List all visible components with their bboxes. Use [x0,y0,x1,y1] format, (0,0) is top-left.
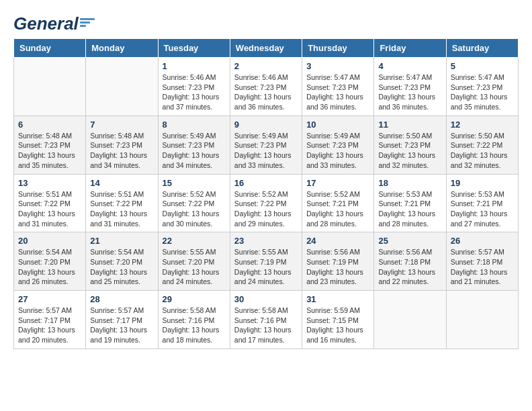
calendar-header-row: SundayMondayTuesdayWednesdayThursdayFrid… [14,39,519,58]
day-info: Sunrise: 5:59 AM Sunset: 7:15 PM Dayligh… [306,306,369,345]
day-info: Sunrise: 5:47 AM Sunset: 7:23 PM Dayligh… [306,73,369,112]
day-info: Sunrise: 5:55 AM Sunset: 7:19 PM Dayligh… [234,247,298,287]
cell-w4-d5: 25Sunrise: 5:56 AM Sunset: 7:18 PM Dayli… [374,232,446,291]
day-info: Sunrise: 5:54 AM Sunset: 7:20 PM Dayligh… [18,247,81,287]
day-info: Sunrise: 5:49 AM Sunset: 7:23 PM Dayligh… [234,131,298,171]
cell-w4-d0: 20Sunrise: 5:54 AM Sunset: 7:20 PM Dayli… [14,232,86,291]
cell-w4-d4: 24Sunrise: 5:56 AM Sunset: 7:19 PM Dayli… [302,232,374,291]
day-number: 30 [234,294,298,304]
cell-w4-d6: 26Sunrise: 5:57 AM Sunset: 7:18 PM Dayli… [446,232,518,291]
day-info: Sunrise: 5:58 AM Sunset: 7:16 PM Dayligh… [234,306,298,345]
day-info: Sunrise: 5:54 AM Sunset: 7:20 PM Dayligh… [90,247,153,287]
day-info: Sunrise: 5:56 AM Sunset: 7:18 PM Dayligh… [378,247,441,287]
logo-flag-icon [80,18,95,27]
cell-w4-d2: 22Sunrise: 5:55 AM Sunset: 7:20 PM Dayli… [158,232,230,291]
day-info: Sunrise: 5:49 AM Sunset: 7:23 PM Dayligh… [163,131,226,171]
day-info: Sunrise: 5:56 AM Sunset: 7:19 PM Dayligh… [306,247,369,287]
day-number: 5 [451,61,514,71]
cell-w2-d1: 7Sunrise: 5:48 AM Sunset: 7:23 PM Daylig… [86,116,158,174]
day-info: Sunrise: 5:57 AM Sunset: 7:17 PM Dayligh… [90,306,153,345]
day-info: Sunrise: 5:48 AM Sunset: 7:23 PM Dayligh… [90,131,153,171]
day-info: Sunrise: 5:58 AM Sunset: 7:16 PM Dayligh… [163,306,226,345]
day-number: 7 [90,120,153,130]
day-number: 23 [234,236,298,246]
cell-w3-d6: 19Sunrise: 5:53 AM Sunset: 7:21 PM Dayli… [446,174,518,232]
day-number: 19 [451,178,514,188]
cell-w1-d1 [86,58,158,116]
cell-w5-d1: 28Sunrise: 5:57 AM Sunset: 7:17 PM Dayli… [86,291,158,349]
page-header: General [13,13,519,32]
cell-w1-d0 [14,58,86,116]
day-info: Sunrise: 5:49 AM Sunset: 7:23 PM Dayligh… [306,131,369,171]
header-sunday: Sunday [14,39,86,58]
cell-w2-d3: 9Sunrise: 5:49 AM Sunset: 7:23 PM Daylig… [230,116,302,174]
cell-w2-d0: 6Sunrise: 5:48 AM Sunset: 7:23 PM Daylig… [14,116,86,174]
header-tuesday: Tuesday [158,39,230,58]
day-info: Sunrise: 5:51 AM Sunset: 7:22 PM Dayligh… [18,189,81,229]
cell-w1-d4: 3Sunrise: 5:47 AM Sunset: 7:23 PM Daylig… [302,58,374,116]
cell-w4-d3: 23Sunrise: 5:55 AM Sunset: 7:19 PM Dayli… [230,232,302,291]
week-row-1: 1Sunrise: 5:46 AM Sunset: 7:23 PM Daylig… [14,58,519,116]
day-number: 24 [306,236,369,246]
day-info: Sunrise: 5:50 AM Sunset: 7:23 PM Dayligh… [378,131,441,171]
cell-w4-d1: 21Sunrise: 5:54 AM Sunset: 7:20 PM Dayli… [86,232,158,291]
logo: General [13,13,95,32]
day-info: Sunrise: 5:46 AM Sunset: 7:23 PM Dayligh… [234,73,298,112]
day-number: 28 [90,294,153,304]
week-row-4: 20Sunrise: 5:54 AM Sunset: 7:20 PM Dayli… [14,232,519,291]
cell-w5-d0: 27Sunrise: 5:57 AM Sunset: 7:17 PM Dayli… [14,291,86,349]
day-number: 11 [378,120,441,130]
cell-w3-d5: 18Sunrise: 5:53 AM Sunset: 7:21 PM Dayli… [374,174,446,232]
header-wednesday: Wednesday [230,39,302,58]
day-number: 15 [163,178,226,188]
cell-w2-d4: 10Sunrise: 5:49 AM Sunset: 7:23 PM Dayli… [302,116,374,174]
day-number: 13 [18,178,81,188]
cell-w5-d5 [374,291,446,349]
header-saturday: Saturday [446,39,518,58]
day-number: 31 [306,294,369,304]
cell-w1-d3: 2Sunrise: 5:46 AM Sunset: 7:23 PM Daylig… [230,58,302,116]
day-number: 12 [451,120,514,130]
day-number: 9 [234,120,298,130]
cell-w5-d4: 31Sunrise: 5:59 AM Sunset: 7:15 PM Dayli… [302,291,374,349]
day-info: Sunrise: 5:57 AM Sunset: 7:18 PM Dayligh… [451,247,514,287]
day-info: Sunrise: 5:47 AM Sunset: 7:23 PM Dayligh… [378,73,441,112]
day-info: Sunrise: 5:53 AM Sunset: 7:21 PM Dayligh… [451,189,514,229]
day-info: Sunrise: 5:57 AM Sunset: 7:17 PM Dayligh… [18,306,81,345]
day-info: Sunrise: 5:52 AM Sunset: 7:22 PM Dayligh… [234,189,298,229]
day-number: 16 [234,178,298,188]
cell-w5-d3: 30Sunrise: 5:58 AM Sunset: 7:16 PM Dayli… [230,291,302,349]
header-thursday: Thursday [302,39,374,58]
day-number: 4 [378,61,441,71]
cell-w2-d5: 11Sunrise: 5:50 AM Sunset: 7:23 PM Dayli… [374,116,446,174]
day-info: Sunrise: 5:47 AM Sunset: 7:23 PM Dayligh… [451,73,514,112]
day-number: 18 [378,178,441,188]
day-number: 21 [90,236,153,246]
cell-w3-d4: 17Sunrise: 5:52 AM Sunset: 7:21 PM Dayli… [302,174,374,232]
day-number: 14 [90,178,153,188]
day-info: Sunrise: 5:52 AM Sunset: 7:21 PM Dayligh… [306,189,369,229]
cell-w3-d1: 14Sunrise: 5:51 AM Sunset: 7:22 PM Dayli… [86,174,158,232]
header-friday: Friday [374,39,446,58]
logo-text: General [13,13,95,34]
day-info: Sunrise: 5:52 AM Sunset: 7:22 PM Dayligh… [163,189,226,229]
week-row-3: 13Sunrise: 5:51 AM Sunset: 7:22 PM Dayli… [14,174,519,232]
day-info: Sunrise: 5:50 AM Sunset: 7:22 PM Dayligh… [451,131,514,171]
cell-w3-d2: 15Sunrise: 5:52 AM Sunset: 7:22 PM Dayli… [158,174,230,232]
cell-w3-d0: 13Sunrise: 5:51 AM Sunset: 7:22 PM Dayli… [14,174,86,232]
cell-w1-d6: 5Sunrise: 5:47 AM Sunset: 7:23 PM Daylig… [446,58,518,116]
day-number: 17 [306,178,369,188]
day-number: 20 [18,236,81,246]
day-number: 6 [18,120,81,130]
day-number: 25 [378,236,441,246]
day-info: Sunrise: 5:48 AM Sunset: 7:23 PM Dayligh… [18,131,81,171]
cell-w1-d2: 1Sunrise: 5:46 AM Sunset: 7:23 PM Daylig… [158,58,230,116]
header-monday: Monday [86,39,158,58]
day-info: Sunrise: 5:55 AM Sunset: 7:20 PM Dayligh… [163,247,226,287]
cell-w5-d2: 29Sunrise: 5:58 AM Sunset: 7:16 PM Dayli… [158,291,230,349]
logo-general-text: General [13,13,79,34]
day-number: 1 [163,61,226,71]
day-number: 29 [163,294,226,304]
day-number: 2 [234,61,298,71]
day-info: Sunrise: 5:53 AM Sunset: 7:21 PM Dayligh… [378,189,441,229]
